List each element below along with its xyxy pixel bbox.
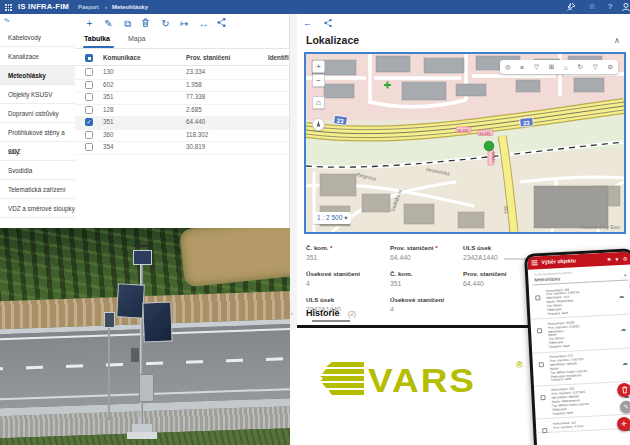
sidebar-item-dopravn-ostr-vky[interactable]: Dopravní ostrůvky (0, 104, 75, 123)
road-shield-23-right: 23 (520, 117, 534, 127)
phone-settings-icon[interactable]: ⚙ (623, 255, 628, 261)
table-row[interactable]: 1282.685 (75, 104, 289, 118)
column-header-identifikator[interactable]: Identifikátor (268, 54, 289, 61)
resize-icon[interactable]: ↔ (197, 17, 210, 30)
copy-icon[interactable]: ⧉ (121, 17, 134, 30)
user-profile-icon[interactable] (621, 2, 630, 12)
history-section-title[interactable]: Historie (306, 308, 340, 318)
edit-icon[interactable]: ✎ (102, 17, 115, 30)
sidebar-item-telematick-za-zen-[interactable]: Telematická zařízení (0, 180, 75, 199)
phone-filter-icon[interactable]: ▼ (614, 256, 619, 262)
share-icon[interactable] (216, 17, 229, 30)
phone-item-checkbox[interactable] (535, 295, 540, 300)
map-widget[interactable]: Riegrova Sedlákova Hrotovická 351 64.440… (304, 52, 626, 234)
row-checkbox[interactable]: ✓ (85, 118, 93, 126)
sidebar-item-sdz[interactable]: SDZ (0, 142, 75, 161)
phone-add-fab[interactable]: + (617, 417, 630, 432)
basemap-icon[interactable]: ◎ (505, 63, 511, 71)
favorites-star-icon[interactable]: ☆ (586, 2, 598, 11)
field-value: 4 (390, 306, 460, 311)
sidebar-item-objekty-ksusv[interactable]: Objekty KSUSV (0, 85, 75, 104)
phone-list-item[interactable]: Komunikace: 128Prov. staničení: 2.685 km… (529, 281, 630, 320)
phone-cloud-sync-icon[interactable]: ☁ (622, 358, 628, 365)
sidebar-item-label: Svodidla (8, 167, 32, 174)
phone-flag-icon[interactable]: ⚑ (607, 256, 612, 262)
sidebar-item-vdz-a-sm-rov-sloupky[interactable]: VDZ a směrové sloupky (0, 199, 75, 218)
phone-list-item[interactable]: Komunikace: 525Prov. staničení: 2.07/24/… (534, 381, 630, 420)
row-checkbox[interactable] (85, 131, 93, 139)
phone-list-item[interactable]: Komunikace: 35428Prov. staničení: 2.00/9… (530, 315, 630, 354)
phone-item-checkbox[interactable] (540, 395, 545, 400)
cell-stanicen: 64.440 (186, 116, 205, 129)
table-row[interactable]: 360118.302 (75, 129, 289, 143)
select-all-checkbox[interactable] (85, 54, 93, 62)
add-icon[interactable]: + (83, 17, 96, 30)
tab-mapa[interactable]: Mapa (128, 35, 146, 42)
home-extent-button[interactable]: ⌂ (312, 96, 325, 109)
column-header-stanicen[interactable]: Prov. staničení (186, 54, 230, 61)
table-row[interactable]: 35430.819 (75, 141, 289, 155)
measure-icon[interactable]: ⊞ (549, 63, 554, 71)
cell-stanicen: 2.685 (186, 104, 202, 117)
zoom-out-button[interactable]: − (312, 74, 325, 87)
table-row[interactable]: ✓35164.440 (75, 116, 289, 130)
share-icon[interactable] (323, 18, 333, 28)
column-header-komunikace[interactable]: Komunikace (103, 54, 140, 61)
filter-icon[interactable]: ▽ (534, 63, 539, 71)
sidebar-item-meteohl-sky[interactable]: Meteohlásky (0, 66, 75, 85)
help-icon[interactable]: ? (604, 2, 616, 11)
compass-north-button[interactable] (312, 118, 325, 131)
section-title-lokalizace: Lokalizace (306, 34, 359, 46)
tab-tabulka[interactable]: Tabulka (84, 35, 110, 42)
row-checkbox[interactable] (85, 143, 93, 151)
splitter-chevron-icon[interactable]: › (291, 310, 293, 316)
print-icon[interactable]: ⊖ (608, 63, 613, 71)
phone-cloud-sync-icon[interactable]: ☁ (620, 325, 626, 332)
refresh-icon[interactable]: ↻ (159, 17, 172, 30)
home-icon[interactable]: ⌂ (564, 64, 568, 71)
phone-dropdown-value[interactable]: Meteohlásky (534, 276, 560, 282)
sidebar-item-protihlukov-st-ny-a-valy[interactable]: Protihlukové stěny a valy (0, 123, 75, 142)
funnel-icon[interactable]: ▽ (593, 63, 598, 71)
phone-dropdown-caret-icon[interactable]: ▾ (624, 273, 626, 278)
table-row[interactable]: 35177.338 (75, 91, 289, 105)
pin-icon[interactable] (566, 2, 578, 12)
collapse-chevron-icon[interactable]: ∧ (614, 36, 620, 45)
app-launcher-icon[interactable] (5, 4, 12, 11)
panel-splitter[interactable]: › (289, 14, 297, 330)
sidebar-item-svodidla[interactable]: Svodidla (0, 161, 75, 180)
row-checkbox[interactable] (85, 81, 93, 89)
row-checkbox[interactable] (85, 68, 93, 76)
mobile-app-overlay: Výběr objektu ⚑ ▼ ⚙ Zvolte typ pasportní… (524, 248, 630, 445)
phone-edit-fab[interactable]: ✎ (620, 401, 630, 414)
move-forward-icon[interactable]: ↦ (178, 17, 191, 30)
sidebar-item-kanalizace[interactable]: Kanalizace (0, 47, 75, 66)
field-label: Č. kom. * (306, 244, 333, 251)
row-checkbox[interactable] (85, 106, 93, 114)
delete-icon[interactable] (140, 17, 153, 30)
road-shield-23-left: 23 (333, 115, 347, 125)
row-checkbox[interactable] (85, 93, 93, 101)
phone-item-checkbox[interactable] (542, 428, 547, 433)
photo-station-pole (140, 256, 143, 432)
back-arrow-icon[interactable]: ← (303, 18, 312, 28)
phone-item-checkbox[interactable] (537, 328, 542, 333)
active-tab-underline (83, 46, 114, 49)
refresh-icon[interactable]: ↻ (578, 63, 583, 71)
phone-item-line: Smazáno: false (549, 344, 570, 349)
table-row[interactable]: 13023.334 (75, 66, 289, 80)
sidebar-item-kabelovody[interactable]: Kabelovody (0, 28, 75, 47)
sidebar-edit-icon[interactable]: ✎ (3, 17, 10, 26)
layers-icon[interactable]: ≡ (520, 64, 524, 71)
phone-delete-fab[interactable] (617, 383, 630, 398)
phone-item-checkbox[interactable] (539, 362, 544, 367)
table-row[interactable]: 6021.958 (75, 79, 289, 93)
phone-list-item[interactable]: Komunikace: 575Prov. staničení: 3.06/7/2… (532, 348, 630, 387)
zoom-in-button[interactable]: + (312, 60, 325, 73)
breadcrumb-root[interactable]: Pasport (78, 4, 99, 10)
phone-cloud-sync-icon[interactable]: ☁ (618, 292, 624, 299)
hamburger-menu-icon[interactable] (531, 260, 537, 265)
map-scale-selector[interactable]: 1 : 2 500 ▾ (313, 212, 351, 224)
vars-logo-text: VARS (368, 362, 476, 401)
selected-object-marker (484, 141, 494, 151)
